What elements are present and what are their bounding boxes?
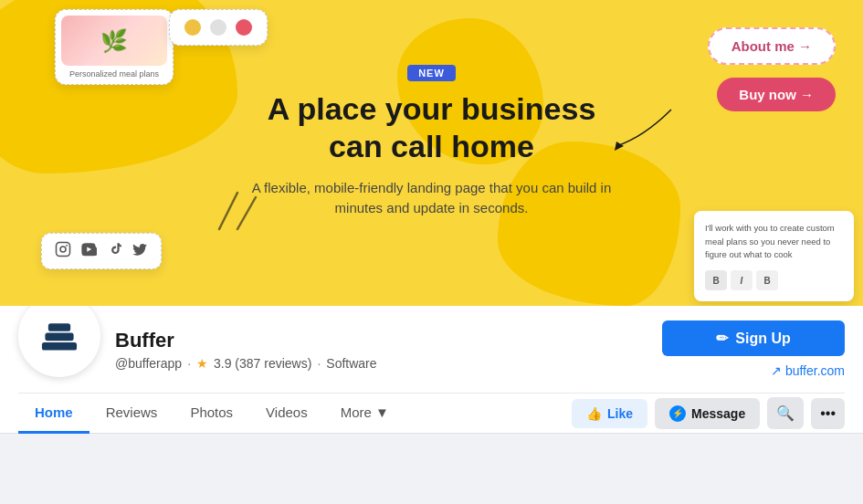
color-dots-card bbox=[169, 9, 268, 46]
profile-rating: 3.9 (387 reviews) bbox=[214, 356, 311, 371]
thumbsup-icon: 👍 bbox=[586, 406, 602, 421]
meta-separator-1: · bbox=[187, 356, 191, 371]
dot-yellow bbox=[184, 19, 201, 36]
svg-rect-8 bbox=[48, 323, 70, 331]
search-icon: 🔍 bbox=[776, 405, 795, 421]
avatar-inner bbox=[23, 299, 96, 373]
search-button[interactable]: 🔍 bbox=[767, 397, 804, 429]
editor-card-text: I'll work with you to create custom meal… bbox=[705, 222, 843, 261]
profile-top: Buffer @bufferapp · ★ 3.9 (387 reviews) … bbox=[18, 306, 845, 387]
svg-rect-0 bbox=[57, 243, 70, 257]
external-link-icon: ↗ bbox=[771, 363, 782, 378]
svg-rect-7 bbox=[45, 332, 73, 341]
message-button[interactable]: ⚡ Message bbox=[655, 398, 760, 429]
like-label: Like bbox=[607, 406, 633, 421]
nav-right-actions: 👍 Like ⚡ Message 🔍 ••• bbox=[572, 397, 845, 429]
svg-point-1 bbox=[60, 247, 66, 252]
tab-photos[interactable]: Photos bbox=[174, 394, 249, 434]
dot-red bbox=[236, 19, 252, 36]
message-label: Message bbox=[691, 406, 745, 421]
profile-handle: @bufferapp bbox=[115, 356, 182, 371]
tab-reviews[interactable]: Reviews bbox=[89, 394, 174, 434]
toolbar-bold: B bbox=[705, 270, 727, 290]
meal-plan-image: 🌿 bbox=[61, 16, 167, 66]
dot-gray bbox=[210, 19, 226, 36]
buffer-logo-svg bbox=[36, 312, 83, 360]
youtube-icon bbox=[80, 241, 97, 261]
more-actions-button[interactable]: ••• bbox=[811, 398, 845, 429]
meal-plan-card: 🌿 Personalized meal plans bbox=[55, 9, 174, 85]
profile-info: Buffer @bufferapp · ★ 3.9 (387 reviews) … bbox=[115, 329, 647, 371]
twitter-icon bbox=[132, 241, 148, 261]
avatar bbox=[18, 295, 100, 377]
hero-content: NEW A place your business can call home … bbox=[240, 64, 624, 219]
profile-name: Buffer bbox=[115, 329, 647, 352]
website-url: buffer.com bbox=[785, 363, 845, 378]
hero-banner: 🌿 Personalized meal plans NEW A place yo… bbox=[0, 0, 863, 306]
signup-label: Sign Up bbox=[735, 331, 790, 347]
profile-actions: ✏ Sign Up ↗ buffer.com bbox=[662, 320, 845, 378]
signup-button[interactable]: ✏ Sign Up bbox=[662, 320, 845, 356]
website-link[interactable]: ↗ buffer.com bbox=[771, 363, 845, 378]
svg-rect-6 bbox=[42, 341, 77, 350]
instagram-icon bbox=[55, 241, 71, 261]
profile-meta: @bufferapp · ★ 3.9 (387 reviews) · Softw… bbox=[115, 356, 647, 371]
tiktok-icon bbox=[106, 241, 122, 261]
tab-home[interactable]: Home bbox=[18, 394, 89, 434]
hero-subtitle: A flexible, mobile-friendly landing page… bbox=[240, 178, 624, 219]
tab-videos[interactable]: Videos bbox=[249, 394, 324, 434]
editor-card: I'll work with you to create custom meal… bbox=[694, 211, 854, 301]
star-icon: ★ bbox=[196, 356, 208, 371]
social-icons-card bbox=[41, 233, 162, 269]
about-me-button[interactable]: About me → bbox=[708, 27, 836, 65]
hero-title: A place your business can call home bbox=[240, 90, 624, 165]
more-icon: ••• bbox=[820, 405, 836, 421]
meta-separator-2: · bbox=[317, 356, 321, 371]
buy-now-button[interactable]: Buy now → bbox=[717, 78, 836, 111]
new-badge: NEW bbox=[407, 65, 456, 81]
svg-point-2 bbox=[66, 245, 68, 247]
like-button[interactable]: 👍 Like bbox=[572, 399, 647, 428]
decorative-lines bbox=[210, 184, 265, 242]
toolbar-more: B bbox=[756, 270, 778, 290]
profile-section: Buffer @bufferapp · ★ 3.9 (387 reviews) … bbox=[0, 306, 863, 434]
toolbar-italic: I bbox=[731, 270, 752, 290]
svg-line-3 bbox=[219, 193, 237, 229]
pencil-icon: ✏ bbox=[716, 330, 728, 347]
svg-line-4 bbox=[237, 197, 256, 229]
tab-more[interactable]: More ▼ bbox=[324, 394, 405, 434]
profile-category: Software bbox=[326, 356, 376, 371]
meal-plan-label: Personalized meal plans bbox=[61, 69, 167, 79]
nav-tabs: Home Reviews Photos Videos More ▼ 👍 Like… bbox=[18, 393, 845, 433]
messenger-icon: ⚡ bbox=[669, 405, 686, 422]
editor-toolbar: B I B bbox=[705, 270, 843, 290]
